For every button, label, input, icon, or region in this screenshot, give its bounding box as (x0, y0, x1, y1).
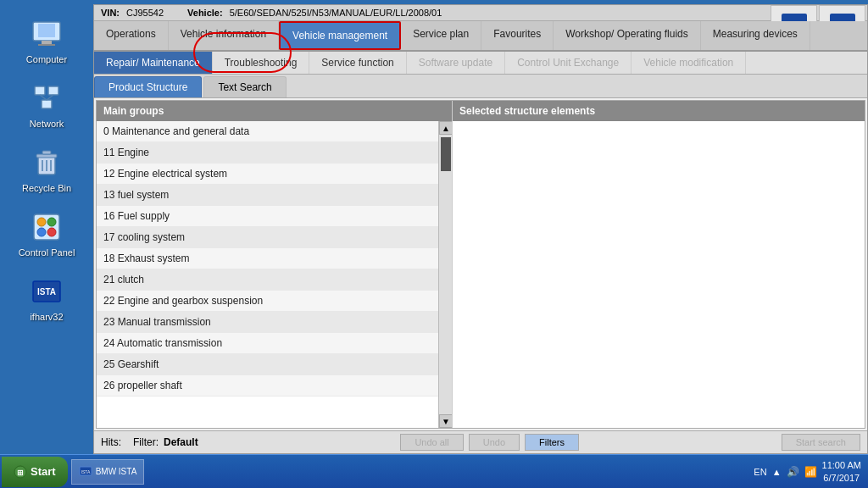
clock: 11:00 AM 6/7/2017 (822, 459, 861, 484)
undo-all-button[interactable]: Undo all (400, 434, 463, 451)
svg-line-8 (47, 95, 53, 100)
list-item[interactable]: 18 Exhaust system (97, 248, 438, 269)
svg-text:ISTA: ISTA (37, 287, 56, 297)
desktop-icon-computer[interactable]: Computer (13, 17, 81, 64)
list-item[interactable]: 16 Fuel supply (97, 206, 438, 227)
undo-button[interactable]: Undo (469, 434, 520, 451)
tray-icon-arrow[interactable]: ▲ (772, 467, 782, 477)
desktop-icon-control-panel-label: Control Panel (19, 247, 75, 258)
svg-point-18 (37, 228, 46, 236)
left-panel-header: Main groups (97, 101, 452, 121)
taskbar-app-item[interactable]: ISTA BMW ISTA (71, 459, 145, 485)
vehicle-value: 5/E60/SEDAN/525I/N53/MANUAL/EUR/LL/2008/… (230, 8, 442, 18)
bottom-bar: Hits: Filter: Default Undo all Undo Filt… (94, 430, 867, 453)
desktop-icon-recycle-bin-label: Recycle Bin (22, 183, 71, 193)
hits-label: Hits: (101, 436, 121, 448)
sub-nav-service-function[interactable]: Service function (309, 52, 406, 74)
svg-point-19 (47, 228, 56, 236)
vin-value: CJ95542 (126, 8, 164, 18)
sub-nav: Repair/ Maintenance Troubleshooting Serv… (94, 52, 867, 75)
desktop-icon-ifhcv32[interactable]: ISTA ifharv32 (13, 274, 81, 322)
scrollbar-track[interactable]: ▲ ▼ (438, 121, 452, 428)
scroll-up-button[interactable]: ▲ (439, 121, 452, 135)
main-content: Main groups 0 Maintenance and general da… (96, 100, 865, 429)
svg-rect-2 (42, 41, 52, 44)
nav-item-vehicle-management[interactable]: Vehicle management (279, 21, 401, 50)
sub-nav-control-unit: Control Unit Exchange (505, 52, 632, 74)
nav-item-favourites[interactable]: Favourites (481, 21, 554, 50)
tray-network-icon: 🔊 (787, 466, 799, 478)
svg-rect-11 (42, 151, 51, 154)
sub-nav-vehicle-modification: Vehicle modification (632, 52, 746, 74)
list-item[interactable]: 26 propeller shaft (97, 375, 438, 396)
right-panel: Selected structure elements (453, 101, 865, 428)
list-item[interactable]: 0 Maintenance and general data (97, 121, 438, 142)
list-item[interactable]: 11 Engine (97, 142, 438, 164)
taskbar: ⊞ Start ISTA BMW ISTA EN ▲ 🔊 📶 11:00 AM … (0, 454, 868, 488)
svg-point-16 (37, 218, 46, 226)
list-item[interactable]: 13 fuel system (97, 185, 438, 206)
list-item[interactable]: 17 cooling system (97, 227, 438, 248)
svg-rect-15 (34, 214, 59, 240)
left-panel: Main groups 0 Maintenance and general da… (97, 101, 453, 428)
vin-label: VIN: (101, 8, 120, 18)
desktop-icon-computer-label: Computer (26, 54, 67, 64)
scroll-thumb[interactable] (441, 137, 451, 171)
right-panel-header: Selected structure elements (453, 101, 865, 121)
svg-rect-3 (38, 44, 55, 46)
vehicle-label: Vehicle: (187, 8, 223, 18)
app-window: VIN: CJ95542 Vehicle: 5/E60/SEDAN/525I/N… (93, 4, 868, 454)
tab-product-structure[interactable]: Product Structure (94, 76, 202, 97)
filter-value: Default (164, 436, 198, 448)
svg-line-7 (40, 95, 47, 100)
list-item[interactable]: 25 Gearshift (97, 354, 438, 375)
sub-nav-repair-maintenance[interactable]: Repair/ Maintenance (94, 52, 213, 74)
locale-indicator: EN (754, 467, 766, 477)
nav-menu: Operations Vehicle information Vehicle m… (94, 21, 867, 52)
svg-text:⊞: ⊞ (17, 469, 24, 477)
desktop-icons-panel: Computer Network Recycle Bin (0, 0, 93, 449)
sub-nav-troubleshooting[interactable]: Troubleshooting (213, 52, 310, 74)
filters-button[interactable]: Filters (525, 434, 579, 451)
nav-item-measuring-devices[interactable]: Measuring devices (701, 21, 810, 50)
svg-rect-5 (48, 86, 58, 95)
svg-rect-10 (36, 154, 57, 158)
svg-rect-1 (38, 24, 55, 37)
nav-item-operations[interactable]: Operations (94, 21, 169, 50)
nav-item-workshop[interactable]: Workshop/ Operating fluids (554, 21, 701, 50)
svg-text:ISTA: ISTA (81, 469, 90, 474)
desktop-icon-network-label: Network (30, 119, 64, 129)
taskbar-items: ISTA BMW ISTA (68, 459, 748, 485)
list-item[interactable]: 23 Manual transmission (97, 312, 438, 333)
tray-volume-icon: 📶 (804, 466, 817, 478)
nav-item-service-plan[interactable]: Service plan (401, 21, 481, 50)
tab-row: Product Structure Text Search (94, 75, 867, 98)
scroll-down-button[interactable]: ▼ (439, 414, 452, 428)
main-groups-list[interactable]: 0 Maintenance and general data 11 Engine… (97, 121, 452, 428)
filter-label: Filter: (133, 436, 159, 448)
selected-structure-content (453, 121, 865, 428)
list-item[interactable]: 24 Automatic transmission (97, 333, 438, 354)
svg-rect-6 (42, 100, 52, 108)
sub-nav-software-update: Software update (407, 52, 505, 74)
start-button[interactable]: ⊞ Start (2, 457, 68, 487)
svg-point-17 (47, 218, 56, 226)
desktop-icon-recycle-bin[interactable]: Recycle Bin (13, 146, 81, 193)
list-item[interactable]: 21 clutch (97, 269, 438, 291)
vin-bar: VIN: CJ95542 Vehicle: 5/E60/SEDAN/525I/N… (94, 5, 867, 21)
desktop-icon-ifhcv32-label: ifharv32 (30, 312, 63, 322)
desktop-icon-network[interactable]: Network (13, 81, 81, 129)
start-search-button[interactable]: Start search (782, 434, 860, 451)
svg-rect-4 (35, 86, 45, 95)
desktop-icon-control-panel[interactable]: Control Panel (13, 210, 81, 258)
list-item[interactable]: 12 Engine electrical system (97, 164, 438, 185)
nav-item-vehicle-information[interactable]: Vehicle information (169, 21, 279, 50)
system-tray: EN ▲ 🔊 📶 11:00 AM 6/7/2017 (747, 459, 868, 484)
list-item[interactable]: 22 Engine and gearbox suspension (97, 291, 438, 312)
tab-text-search[interactable]: Text Search (203, 76, 286, 97)
